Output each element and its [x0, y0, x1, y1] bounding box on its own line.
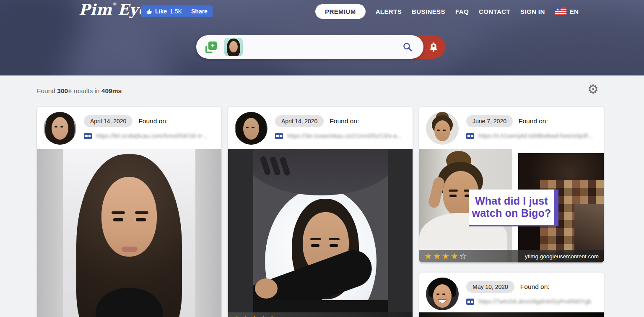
result-date-badge: May 10, 2020: [466, 281, 514, 293]
result-url-link[interactable]: https://fel.scxbq5cau.com/5mv0/04/16/-ir…: [84, 133, 208, 139]
result-face-thumbnail[interactable]: [235, 112, 267, 145]
result-image[interactable]: [419, 312, 604, 317]
website-icon: [84, 133, 92, 139]
thumbnail-caption: What did I just watch on Bigo?: [469, 190, 558, 226]
star-rating: ★★★★: [424, 252, 460, 260]
website-icon: [466, 133, 474, 139]
settings-gear-icon[interactable]: ⚙: [587, 83, 599, 96]
nav-contact[interactable]: CONTACT: [479, 8, 510, 15]
result-card-header: June 7, 2020 Found on: https://n.h1oemj4…: [419, 107, 604, 149]
result-date-badge: April 14, 2020: [84, 115, 132, 127]
result-url-link[interactable]: https://7wtn2t4.dmm/8gdmk/GyPn4R80Ygb: [466, 298, 591, 305]
results-time: 409ms: [101, 87, 122, 94]
star-rating: ★★★★: [233, 314, 268, 317]
result-face-thumbnail[interactable]: [44, 112, 76, 145]
result-card-header: April 14, 2020 Found on: https://3er.icw…: [228, 107, 413, 149]
found-on-label: Found on:: [520, 283, 550, 291]
result-url-link[interactable]: https://n.h1oemj4d.tol/d6wfead-fvee/o0p3…: [466, 133, 592, 139]
result-image[interactable]: What did I just watch on Bigo? ★★★★ ☆ yt…: [419, 149, 604, 262]
nav-business[interactable]: BUSINESS: [412, 8, 445, 15]
search-input[interactable]: +: [196, 35, 423, 59]
rating-overlay: ★★★★ ☆: [228, 312, 413, 317]
website-icon: [275, 133, 283, 139]
add-image-icon[interactable]: +: [205, 42, 217, 53]
result-face-thumbnail[interactable]: [426, 112, 459, 145]
language-code: EN: [570, 8, 579, 15]
found-on-label: Found on:: [138, 117, 168, 125]
result-url: https://3er.icwacinkau.co2/1mn0/0z/13/o-…: [287, 133, 402, 139]
result-date-badge: April 14, 2020: [275, 115, 324, 127]
results-count: 300+: [57, 87, 72, 94]
facebook-share-button[interactable]: Share: [186, 5, 213, 17]
result-url: https://n.h1oemj4d.tol/d6wfead-fvee/o0p3…: [478, 133, 592, 139]
result-card-header: May 10, 2020 Found on: https://7wtn2t4.d…: [419, 273, 604, 314]
result-image[interactable]: [37, 149, 221, 317]
washing-machine-art: [253, 149, 388, 317]
search-icon[interactable]: [402, 42, 413, 52]
source-domain: ytimg.googleusercontent.com: [525, 253, 599, 260]
star-empty: ☆: [268, 314, 276, 317]
search-bar: +: [196, 35, 445, 59]
result-card: April 14, 2020 Found on: https://3er.icw…: [228, 107, 413, 317]
result-image[interactable]: ★★★★ ☆: [228, 149, 413, 317]
result-face-thumbnail[interactable]: [426, 278, 459, 310]
result-url: https://7wtn2t4.dmm/8gdmk/GyPn4R80Ygb: [478, 298, 591, 305]
main-nav: PREMIUM ALERTS BUSINESS FAQ CONTACT SIGN…: [315, 0, 579, 23]
portrait-art: [63, 149, 195, 317]
result-date-badge: June 7, 2020: [466, 115, 513, 127]
result-card-header: April 14, 2020 Found on: https://fel.scx…: [37, 107, 221, 149]
found-on-label: Found on:: [519, 117, 548, 125]
result-card: May 10, 2020 Found on: https://7wtn2t4.d…: [419, 273, 604, 317]
rating-overlay: ★★★★ ☆ ytimg.googleusercontent.com: [419, 250, 604, 262]
nav-sign-in[interactable]: SIGN IN: [520, 8, 545, 15]
nav-faq[interactable]: FAQ: [455, 8, 469, 15]
us-flag-icon: ★: [555, 8, 566, 15]
website-icon: [466, 299, 474, 305]
alert-bell-icon: [428, 42, 439, 52]
result-url-link[interactable]: https://3er.icwacinkau.co2/1mn0/0z/13/o-…: [275, 133, 402, 139]
nav-alerts[interactable]: ALERTS: [376, 8, 402, 15]
found-on-label: Found on:: [330, 117, 359, 125]
star-empty: ☆: [460, 252, 467, 260]
language-selector[interactable]: ★ EN: [555, 8, 579, 15]
result-card: April 14, 2020 Found on: https://fel.scx…: [37, 107, 221, 317]
thumbs-up-icon: [146, 8, 152, 14]
facebook-like-button[interactable]: Like1.5K: [141, 5, 187, 17]
hero-header: Pim®Eyes Like1.5K Share PREMIUM ALERTS B…: [0, 0, 644, 75]
registered-mark: ®: [113, 2, 117, 6]
nav-premium[interactable]: PREMIUM: [315, 4, 366, 19]
results-summary: Found 300+ results in 409ms: [37, 87, 122, 95]
result-card: June 7, 2020 Found on: https://n.h1oemj4…: [419, 107, 604, 263]
result-url: https://fel.scxbq5cau.com/5mv0/04/16/-ir…: [96, 133, 208, 139]
query-face-thumbnail[interactable]: [224, 38, 243, 56]
